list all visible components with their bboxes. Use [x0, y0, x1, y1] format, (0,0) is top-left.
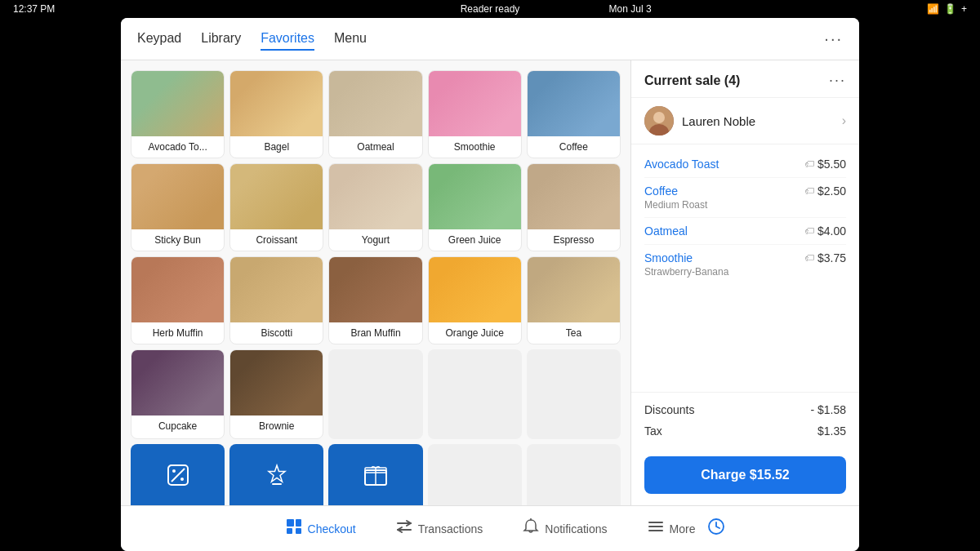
oatmeal-label: Oatmeal: [329, 136, 421, 158]
order-item-value-smoothie: $3.75: [817, 251, 846, 264]
action-discounts[interactable]: Discounts: [131, 444, 225, 505]
empty-cell-5: [527, 444, 621, 505]
order-item-name-coffee[interactable]: Coffee: [644, 184, 707, 198]
brownie-image: [230, 350, 323, 415]
bran-muffin-image: [329, 257, 421, 322]
tag-icon-oatmeal: 🏷: [804, 225, 814, 237]
order-item-price-smoothie: 🏷 $3.75: [804, 251, 846, 264]
bottom-nav-transactions[interactable]: Transactions: [395, 518, 483, 540]
item-herb-muffin[interactable]: Herb Muffin: [131, 256, 225, 344]
tag-icon-coffee: 🏷: [804, 185, 814, 197]
empty-cell-2: [428, 349, 522, 439]
items-grid: Avocado To... Bagel Oatmeal Smoothie Cof…: [131, 70, 621, 505]
item-orange-juice[interactable]: Orange Juice: [428, 256, 522, 344]
croissant-label: Croissant: [230, 229, 323, 251]
item-sticky-bun[interactable]: Sticky Bun: [131, 163, 225, 251]
notifications-icon: [522, 518, 540, 540]
order-item-price-coffee: 🏷 $2.50: [804, 184, 846, 198]
tea-label: Tea: [528, 322, 620, 344]
bottom-nav-more[interactable]: More: [647, 518, 696, 540]
charge-button[interactable]: Charge $15.52: [644, 456, 846, 494]
order-item-price-oatmeal: 🏷 $4.00: [804, 224, 846, 238]
status-time: 12:37 PM: [13, 3, 55, 15]
gift-cards-label: Gift cards: [351, 499, 399, 506]
croissant-image: [230, 164, 323, 229]
bottom-nav-checkout[interactable]: Checkout: [285, 518, 356, 540]
status-icons: 📶 🔋 +: [927, 3, 967, 15]
nav-more-button[interactable]: ···: [824, 29, 843, 48]
top-nav: Keypad Library Favorites Menu ···: [121, 18, 859, 60]
order-item-name-avocado[interactable]: Avocado Toast: [644, 158, 719, 171]
sticky-bun-image: [131, 164, 224, 229]
svg-rect-13: [287, 528, 292, 534]
order-item-smoothie: Smoothie Strawberry-Banana 🏷 $3.75: [644, 245, 846, 284]
green-juice-image: [429, 164, 521, 229]
clock-icon[interactable]: [707, 518, 725, 540]
item-smoothie[interactable]: Smoothie: [428, 70, 522, 158]
discounts-label: Discounts: [153, 499, 203, 506]
customer-name: Lauren Noble: [682, 114, 842, 128]
customer-row[interactable]: Lauren Noble ›: [631, 98, 859, 144]
cupcake-image: [131, 350, 224, 415]
item-green-juice[interactable]: Green Juice: [428, 163, 522, 251]
item-espresso[interactable]: Espresso: [527, 163, 621, 251]
svg-rect-14: [296, 528, 301, 534]
item-tea[interactable]: Tea: [527, 256, 621, 344]
biscotti-image: [230, 257, 323, 322]
sale-more-button[interactable]: ···: [829, 72, 846, 89]
customer-avatar: [644, 106, 674, 136]
rewards-icon: [264, 462, 290, 494]
content-area: Avocado To... Bagel Oatmeal Smoothie Cof…: [121, 60, 859, 505]
bottom-nav-notifications[interactable]: Notifications: [522, 518, 607, 540]
brownie-label: Brownie: [230, 415, 323, 437]
item-cupcake[interactable]: Cupcake: [131, 349, 225, 439]
svg-rect-4: [272, 483, 282, 485]
empty-cell-1: [328, 349, 422, 439]
herb-muffin-label: Herb Muffin: [131, 322, 224, 344]
notifications-label: Notifications: [545, 522, 607, 535]
left-panel: Avocado To... Bagel Oatmeal Smoothie Cof…: [121, 60, 630, 505]
svg-point-2: [180, 478, 184, 481]
order-item-value-oatmeal: $4.00: [817, 224, 846, 238]
item-bran-muffin[interactable]: Bran Muffin: [328, 256, 422, 344]
rewards-label: Rewards: [254, 499, 299, 506]
tab-favorites[interactable]: Favorites: [261, 28, 314, 51]
yogurt-image: [329, 164, 421, 229]
item-brownie[interactable]: Brownie: [229, 349, 323, 439]
action-rewards[interactable]: Rewards: [229, 444, 323, 505]
order-item-name-smoothie[interactable]: Smoothie: [644, 251, 728, 264]
item-avocado-toast[interactable]: Avocado To...: [131, 70, 225, 158]
avocado-toast-label: Avocado To...: [131, 136, 224, 158]
order-item-name-oatmeal[interactable]: Oatmeal: [644, 224, 688, 238]
tab-library[interactable]: Library: [201, 28, 241, 51]
order-item-subtitle-smoothie: Strawberry-Banana: [644, 266, 728, 278]
item-croissant[interactable]: Croissant: [229, 163, 323, 251]
tax-row-label: Tax: [644, 424, 662, 438]
tab-keypad[interactable]: Keypad: [137, 28, 181, 51]
order-items-list: Avocado Toast 🏷 $5.50 Coffee Medium Roas…: [631, 144, 859, 392]
discounts-icon: [165, 462, 191, 494]
transactions-icon: [395, 518, 413, 540]
cupcake-label: Cupcake: [131, 415, 224, 437]
item-coffee[interactable]: Coffee: [527, 70, 621, 158]
item-yogurt[interactable]: Yogurt: [328, 163, 422, 251]
bottom-nav: Checkout Transactions Notif: [121, 505, 859, 551]
tab-menu[interactable]: Menu: [334, 28, 367, 51]
bran-muffin-label: Bran Muffin: [329, 322, 421, 344]
action-gift-cards[interactable]: Gift cards: [328, 444, 422, 505]
item-bagel[interactable]: Bagel: [229, 70, 323, 158]
order-item-coffee: Coffee Medium Roast 🏷 $2.50: [644, 178, 846, 218]
more-icon: [647, 518, 665, 540]
item-oatmeal[interactable]: Oatmeal: [328, 70, 422, 158]
order-item-avocado-toast: Avocado Toast 🏷 $5.50: [644, 151, 846, 178]
tag-icon-smoothie: 🏷: [804, 252, 814, 264]
bagel-image: [230, 71, 323, 136]
discounts-row-label: Discounts: [644, 403, 694, 416]
smoothie-label: Smoothie: [429, 136, 521, 158]
status-bar: 12:37 PM Mon Jul 3 Reader ready 📶 🔋 +: [0, 0, 980, 18]
orange-juice-image: [429, 257, 521, 322]
oatmeal-image: [329, 71, 421, 136]
svg-rect-11: [287, 519, 294, 527]
espresso-image: [528, 164, 620, 229]
item-biscotti[interactable]: Biscotti: [229, 256, 323, 344]
